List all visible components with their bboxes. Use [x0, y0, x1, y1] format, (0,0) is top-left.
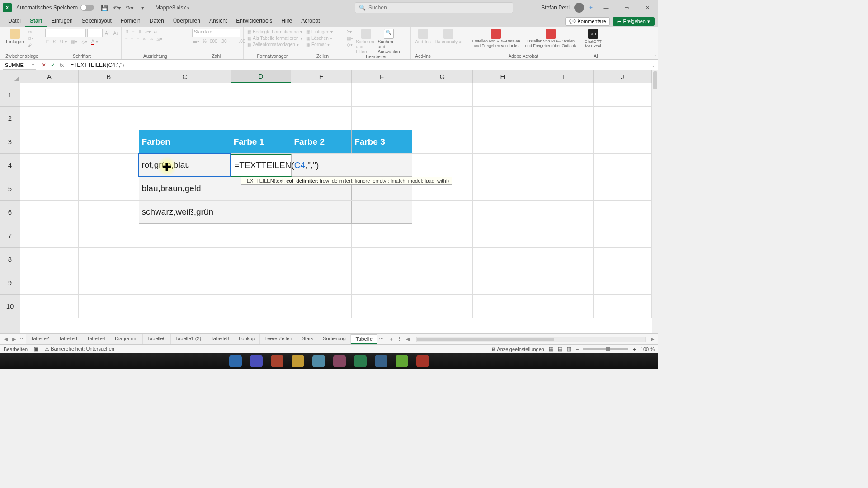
cell[interactable]: [533, 248, 594, 271]
comments-button[interactable]: 💬 Kommentare: [565, 17, 610, 26]
table-header[interactable]: Farbe 3: [352, 130, 412, 153]
cell[interactable]: [594, 177, 652, 200]
cell[interactable]: [79, 201, 139, 224]
menu-tab-einfügen[interactable]: Einfügen: [47, 16, 77, 27]
taskbar-app[interactable]: [396, 355, 408, 367]
increase-font-button[interactable]: A↑: [104, 29, 111, 37]
menu-tab-entwicklertools[interactable]: Entwicklertools: [231, 16, 277, 27]
user-name[interactable]: Stefan Petri: [541, 5, 570, 11]
cell-c5[interactable]: blau,braun,geld: [139, 177, 231, 200]
cell[interactable]: [139, 107, 231, 130]
acrobat-share-outlook-button[interactable]: Erstellen von PDF-Dateien und Freigeben …: [524, 29, 577, 48]
sheet-tab[interactable]: Tabelle1 (2): [171, 334, 206, 344]
cell[interactable]: [412, 83, 473, 106]
font-family-dropdown[interactable]: [45, 29, 86, 37]
hscroll-thumb[interactable]: [417, 338, 554, 341]
avatar[interactable]: [574, 3, 584, 13]
column-header-E[interactable]: E: [291, 70, 352, 83]
cells-area[interactable]: Farben Farbe 1 Farbe 2 Farbe 3 rot,grün,…: [20, 83, 652, 333]
cell[interactable]: [79, 83, 139, 106]
cell[interactable]: [291, 295, 352, 318]
align-top-button[interactable]: ⥣: [124, 29, 130, 35]
display-settings-button[interactable]: 🖥 Anzeigeeinstellungen: [491, 347, 544, 352]
cell[interactable]: [412, 271, 473, 294]
cell[interactable]: [594, 83, 652, 106]
cell[interactable]: [79, 295, 139, 318]
cell[interactable]: [79, 130, 139, 153]
document-title[interactable]: Mappe3.xlsx: [156, 5, 189, 11]
qat-customize-icon[interactable]: ▾: [137, 3, 147, 13]
menu-tab-ansicht[interactable]: Ansicht: [205, 16, 231, 27]
cell[interactable]: [533, 271, 594, 294]
merge-button[interactable]: ⇲▾: [156, 36, 163, 42]
sheet-nav-all[interactable]: ⋯: [18, 336, 26, 342]
cell[interactable]: [473, 201, 533, 224]
table-header[interactable]: Farbe 2: [291, 130, 352, 153]
sheet-more[interactable]: ⋯: [377, 336, 386, 342]
font-size-dropdown[interactable]: [87, 29, 103, 37]
cell[interactable]: [412, 201, 473, 224]
cell[interactable]: [594, 224, 652, 247]
cell[interactable]: [352, 83, 412, 106]
currency-button[interactable]: ☰▾: [192, 38, 200, 44]
cell[interactable]: [20, 224, 79, 247]
bold-button[interactable]: F: [45, 38, 50, 45]
sheet-tab[interactable]: Leere Zeilen: [260, 334, 297, 344]
sheet-tab[interactable]: Tabelle3: [54, 334, 82, 344]
cell[interactable]: [473, 130, 533, 153]
cell[interactable]: [231, 224, 292, 247]
cell[interactable]: [594, 107, 652, 130]
cell[interactable]: [79, 271, 139, 294]
sheet-tab[interactable]: Sortierung: [318, 334, 351, 344]
vertical-scrollbar[interactable]: [652, 70, 658, 333]
row-header-3[interactable]: 3: [0, 130, 20, 154]
align-right-button[interactable]: ≡: [136, 36, 141, 42]
cell[interactable]: [594, 130, 652, 153]
cell[interactable]: [594, 248, 652, 271]
sheet-tab[interactable]: Tabelle4: [82, 334, 110, 344]
row-header-4[interactable]: 4: [0, 154, 20, 177]
italic-button[interactable]: K: [52, 38, 57, 45]
column-header-C[interactable]: C: [139, 70, 231, 83]
cell[interactable]: [20, 130, 79, 153]
zoom-level[interactable]: 100 %: [641, 347, 655, 352]
cell[interactable]: [139, 224, 231, 247]
hscroll-left[interactable]: ◀: [404, 336, 412, 342]
cell[interactable]: [139, 271, 231, 294]
menu-tab-datei[interactable]: Datei: [4, 16, 25, 27]
cell[interactable]: [412, 154, 473, 177]
cell[interactable]: [231, 295, 292, 318]
align-left-button[interactable]: ≡: [124, 36, 129, 42]
macro-record-icon[interactable]: ▣: [34, 346, 38, 352]
restore-button[interactable]: ▭: [618, 1, 635, 14]
table-header[interactable]: Farben: [139, 130, 231, 153]
cell[interactable]: [20, 271, 79, 294]
row-header-7[interactable]: 7: [0, 224, 20, 248]
cell[interactable]: [20, 154, 79, 177]
decrease-font-button[interactable]: A↓: [113, 29, 120, 37]
cell[interactable]: [79, 248, 139, 271]
cell[interactable]: [533, 224, 594, 247]
autosum-button[interactable]: Σ▾: [346, 29, 354, 35]
number-format-dropdown[interactable]: Standard: [192, 29, 240, 37]
taskbar-app[interactable]: [333, 355, 346, 367]
cell[interactable]: [352, 107, 412, 130]
select-all-corner[interactable]: [0, 70, 20, 83]
row-header-2[interactable]: 2: [0, 107, 20, 130]
column-header-A[interactable]: A: [20, 70, 79, 83]
align-center-button[interactable]: ≡: [130, 36, 135, 42]
row-header-6[interactable]: 6: [0, 201, 20, 224]
cell[interactable]: [352, 224, 412, 247]
conditional-formatting-button[interactable]: ▦ Bedingte Formatierung▾: [246, 29, 303, 35]
align-middle-button[interactable]: ≡: [131, 29, 136, 35]
cell[interactable]: [412, 248, 473, 271]
taskbar-app[interactable]: [250, 355, 263, 367]
cell[interactable]: [352, 154, 413, 177]
cell[interactable]: [79, 177, 139, 200]
cell[interactable]: [79, 224, 139, 247]
taskbar-app[interactable]: [354, 355, 367, 367]
view-pagelayout-button[interactable]: ▤: [558, 346, 562, 352]
sheet-tab[interactable]: Tabelle2: [26, 334, 54, 344]
cell[interactable]: [473, 224, 533, 247]
cell[interactable]: [594, 295, 652, 318]
